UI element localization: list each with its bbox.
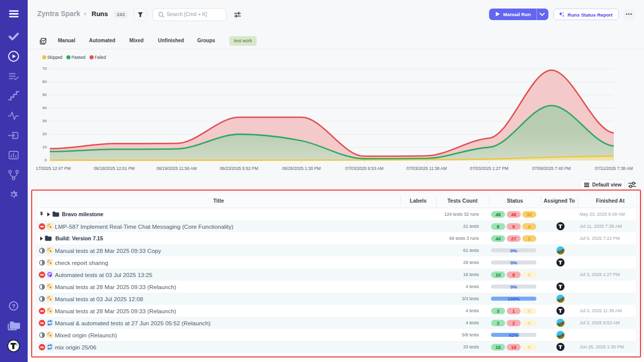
svg-text:?: ? bbox=[12, 303, 15, 309]
